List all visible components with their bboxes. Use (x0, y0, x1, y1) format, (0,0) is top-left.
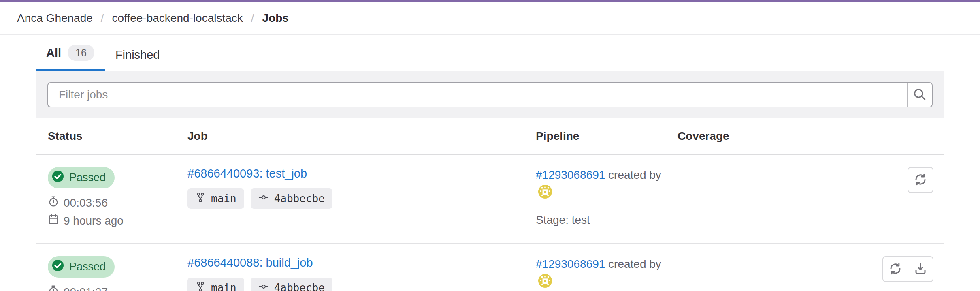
avatar[interactable] (538, 274, 552, 291)
retry-icon (889, 262, 902, 276)
jobs-page-content: All 16 Finished Sta (36, 35, 944, 291)
commit-chip[interactable]: 4abbecbe (251, 278, 332, 291)
header-actions (799, 118, 944, 154)
duration-text: 00:03:56 (64, 197, 108, 210)
actions-cell (799, 154, 944, 244)
breadcrumb-item-jobs: Jobs (262, 12, 289, 25)
branch-chip[interactable]: main (187, 188, 244, 209)
tab-finished[interactable]: Finished (105, 48, 170, 71)
header-status: Status (36, 118, 175, 154)
coverage-cell (665, 154, 799, 244)
coverage-cell (665, 244, 799, 291)
tab-all[interactable]: All 16 (36, 45, 105, 71)
job-refs: main 4abbecbe (187, 188, 524, 209)
commit-sha: 4abbecbe (274, 282, 325, 291)
filter-jobs-input[interactable] (48, 83, 907, 107)
branch-name: main (211, 193, 236, 205)
avatar[interactable] (538, 185, 552, 203)
timer-icon (48, 196, 59, 210)
breadcrumb-separator: / (251, 12, 254, 25)
table-row: Passed 00:03:56 (36, 154, 944, 244)
table-row: Passed 00:01:27 (36, 244, 944, 291)
filter-bar (36, 71, 944, 118)
duration-text: 00:01:27 (64, 286, 108, 291)
status-label: Passed (69, 261, 106, 273)
breadcrumb-separator: / (101, 12, 104, 25)
search-button[interactable] (907, 83, 932, 107)
commit-sha: 4abbecbe (274, 193, 325, 205)
tab-all-count-badge: 16 (68, 45, 94, 61)
status-badge[interactable]: Passed (48, 167, 115, 188)
header-coverage: Coverage (665, 118, 799, 154)
commit-icon (258, 192, 269, 205)
retry-icon (914, 173, 927, 187)
download-artifacts-button[interactable] (908, 256, 933, 282)
job-refs: main 4abbecbe (187, 278, 524, 291)
tab-all-label: All (46, 46, 61, 60)
status-passed-icon (51, 170, 64, 186)
actions-button-group (882, 256, 933, 282)
breadcrumb-bar: Anca Ghenade / coffee-backend-localstack… (0, 2, 980, 35)
retry-job-button[interactable] (882, 256, 908, 282)
job-age: 9 hours ago (48, 214, 175, 228)
job-duration: 00:01:27 (48, 285, 175, 291)
age-text: 9 hours ago (64, 214, 124, 227)
pipeline-link[interactable]: #1293068691 (536, 258, 605, 270)
status-passed-icon (51, 259, 64, 275)
header-pipeline: Pipeline (524, 118, 665, 154)
calendar-icon (48, 214, 59, 228)
commit-icon (258, 281, 269, 291)
job-link[interactable]: #6866440093: test_job (187, 167, 307, 180)
commit-chip[interactable]: 4abbecbe (251, 188, 332, 209)
branch-name: main (211, 282, 236, 291)
jobs-tabs: All 16 Finished (36, 35, 944, 71)
branch-chip[interactable]: main (187, 278, 244, 291)
job-link[interactable]: #6866440088: build_job (187, 256, 313, 270)
download-icon (914, 262, 927, 276)
header-job: Job (175, 118, 524, 154)
breadcrumb: Anca Ghenade / coffee-backend-localstack… (17, 12, 289, 25)
job-duration: 00:03:56 (48, 196, 175, 210)
job-cell: #6866440088: build_job (175, 244, 524, 291)
status-label: Passed (69, 171, 106, 184)
table-header-row: Status Job Pipeline Coverage (36, 118, 944, 154)
jobs-table: Status Job Pipeline Coverage (36, 118, 944, 291)
tab-finished-label: Finished (115, 48, 160, 62)
status-badge[interactable]: Passed (48, 256, 115, 278)
pipeline-created-by: created by (608, 169, 661, 181)
pipeline-cell: #1293068691 created by (524, 244, 665, 291)
status-cell: Passed 00:01:27 (36, 244, 175, 291)
retry-job-button[interactable] (908, 167, 933, 193)
pipeline-cell: #1293068691 created by (524, 154, 665, 244)
pipeline-link[interactable]: #1293068691 (536, 169, 605, 181)
status-cell: Passed 00:03:56 (36, 154, 175, 244)
breadcrumb-item-project[interactable]: coffee-backend-localstack (112, 12, 243, 25)
breadcrumb-item-user[interactable]: Anca Ghenade (17, 12, 93, 25)
filter-input-group (47, 82, 933, 107)
actions-cell (799, 244, 944, 291)
search-icon (913, 88, 927, 103)
pipeline-stage: Stage: test (536, 214, 665, 227)
branch-icon (195, 281, 206, 291)
pipeline-created-by: created by (608, 258, 661, 270)
branch-icon (195, 192, 206, 205)
job-cell: #6866440093: test_job (175, 154, 524, 244)
timer-icon (48, 285, 59, 291)
